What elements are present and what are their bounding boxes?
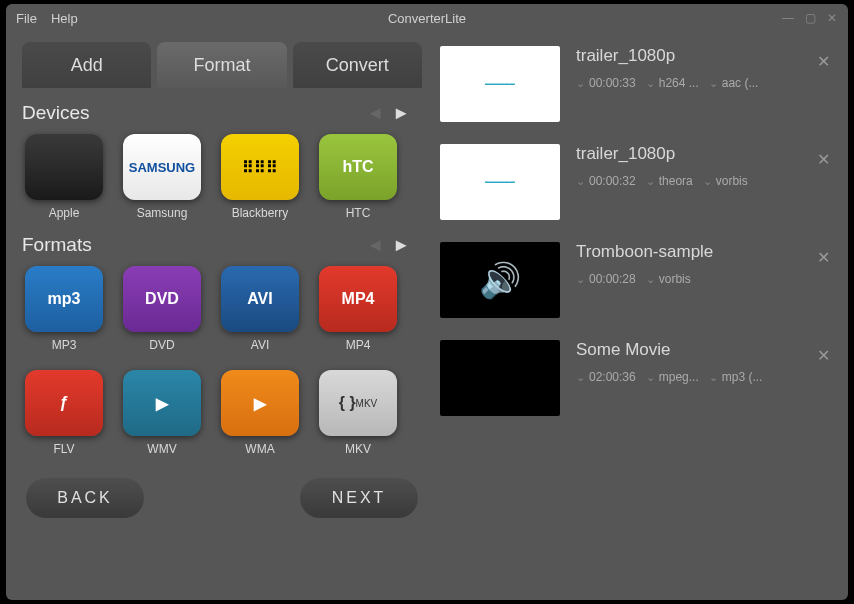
format-tile-flv[interactable]: ƒFLV [22, 370, 106, 456]
remove-item-button[interactable]: ✕ [817, 150, 830, 169]
format-tile-avi[interactable]: AVIAVI [218, 266, 302, 352]
device-label: Apple [49, 206, 80, 220]
remove-item-button[interactable]: ✕ [817, 248, 830, 267]
device-tile-apple[interactable]: Apple [22, 134, 106, 220]
queue-item[interactable]: 🔊Tromboon-sample⌄00:00:28⌄vorbis✕ [440, 242, 836, 318]
duration: ⌄00:00:32 [576, 174, 636, 188]
queue-info: Some Movie⌄02:00:36⌄mpeg...⌄mp3 (... [576, 340, 836, 384]
format-label: MP3 [52, 338, 77, 352]
back-button[interactable]: BACK [26, 478, 144, 518]
format-icon: ƒ [25, 370, 103, 436]
wizard-nav: BACK NEXT [22, 478, 422, 518]
app-title: ConverterLite [388, 11, 466, 26]
titlebar: File Help ConverterLite — ▢ ✕ [6, 4, 848, 32]
format-label: MKV [345, 442, 371, 456]
device-label: Samsung [137, 206, 188, 220]
format-icon: mp3 [25, 266, 103, 332]
queue-title: trailer_1080p [576, 144, 836, 164]
formats-prev-icon[interactable]: ◄ [366, 235, 384, 256]
format-icon: MP4 [319, 266, 397, 332]
format-label: WMV [147, 442, 176, 456]
menubar: File Help [16, 11, 78, 26]
formats-next-icon[interactable]: ► [392, 235, 410, 256]
formats-pager: ◄ ► [366, 235, 410, 256]
queue-info: Tromboon-sample⌄00:00:28⌄vorbis [576, 242, 836, 286]
devices-prev-icon[interactable]: ◄ [366, 103, 384, 124]
formats-title: Formats [22, 234, 92, 256]
duration: ⌄00:00:33 [576, 76, 636, 90]
left-panel: Add Format Convert Devices ◄ ► AppleSAMS… [22, 42, 422, 588]
maximize-button[interactable]: ▢ [802, 11, 818, 25]
queue-info: trailer_1080p⌄00:00:32⌄theora⌄vorbis [576, 144, 836, 188]
format-icon: ▶ [123, 370, 201, 436]
audio-codec: ⌄mp3 (... [709, 370, 763, 384]
main-content: Add Format Convert Devices ◄ ► AppleSAMS… [6, 32, 848, 600]
devices-header: Devices ◄ ► [22, 102, 422, 124]
queue-item[interactable]: ━━━━━━trailer_1080p⌄00:00:32⌄theora⌄vorb… [440, 144, 836, 220]
formats-grid: mp3MP3DVDDVDAVIAVIMP4MP4ƒFLV▶WMV▶WMA{ }M… [22, 266, 422, 456]
menu-file[interactable]: File [16, 11, 37, 26]
format-label: WMA [245, 442, 274, 456]
format-tile-mp3[interactable]: mp3MP3 [22, 266, 106, 352]
device-icon: ⠿⠿⠿ [221, 134, 299, 200]
devices-next-icon[interactable]: ► [392, 103, 410, 124]
format-tile-wma[interactable]: ▶WMA [218, 370, 302, 456]
queue-panel: ━━━━━━trailer_1080p⌄00:00:33⌄h264 ...⌄aa… [440, 42, 836, 588]
format-icon: { }MKV [319, 370, 397, 436]
device-icon: SAMSUNG [123, 134, 201, 200]
duration: ⌄02:00:36 [576, 370, 636, 384]
format-icon: ▶ [221, 370, 299, 436]
queue-title: trailer_1080p [576, 46, 836, 66]
queue-title: Some Movie [576, 340, 836, 360]
queue-title: Tromboon-sample [576, 242, 836, 262]
queue-thumbnail: 🔊 [440, 242, 560, 318]
format-icon: DVD [123, 266, 201, 332]
main-tabs: Add Format Convert [22, 42, 422, 88]
queue-thumbnail: ━━━━━━ [440, 46, 560, 122]
format-label: MP4 [346, 338, 371, 352]
tab-convert[interactable]: Convert [293, 42, 422, 88]
format-tile-mp4[interactable]: MP4MP4 [316, 266, 400, 352]
device-tile-htc[interactable]: hTCHTC [316, 134, 400, 220]
video-codec: ⌄theora [646, 174, 693, 188]
devices-pager: ◄ ► [366, 103, 410, 124]
remove-item-button[interactable]: ✕ [817, 346, 830, 365]
tab-add[interactable]: Add [22, 42, 151, 88]
device-label: Blackberry [232, 206, 289, 220]
device-tile-blackberry[interactable]: ⠿⠿⠿Blackberry [218, 134, 302, 220]
queue-thumbnail [440, 340, 560, 416]
format-icon: AVI [221, 266, 299, 332]
device-icon [25, 134, 103, 200]
queue-meta: ⌄02:00:36⌄mpeg...⌄mp3 (... [576, 370, 836, 384]
devices-grid: AppleSAMSUNGSamsung⠿⠿⠿BlackberryhTCHTC [22, 134, 422, 220]
speaker-icon: 🔊 [479, 260, 521, 300]
queue-item[interactable]: ━━━━━━trailer_1080p⌄00:00:33⌄h264 ...⌄aa… [440, 46, 836, 122]
queue-item[interactable]: Some Movie⌄02:00:36⌄mpeg...⌄mp3 (...✕ [440, 340, 836, 416]
format-label: FLV [53, 442, 74, 456]
video-codec: ⌄mpeg... [646, 370, 699, 384]
audio-codec: ⌄aac (... [709, 76, 759, 90]
format-tile-mkv[interactable]: { }MKVMKV [316, 370, 400, 456]
device-tile-samsung[interactable]: SAMSUNGSamsung [120, 134, 204, 220]
window-controls: — ▢ ✕ [780, 11, 840, 25]
menu-help[interactable]: Help [51, 11, 78, 26]
tab-format[interactable]: Format [157, 42, 286, 88]
close-button[interactable]: ✕ [824, 11, 840, 25]
device-label: HTC [346, 206, 371, 220]
minimize-button[interactable]: — [780, 11, 796, 25]
device-icon: hTC [319, 134, 397, 200]
format-tile-wmv[interactable]: ▶WMV [120, 370, 204, 456]
queue-meta: ⌄00:00:33⌄h264 ...⌄aac (... [576, 76, 836, 90]
audio-codec: ⌄vorbis [703, 174, 748, 188]
queue-meta: ⌄00:00:28⌄vorbis [576, 272, 836, 286]
audio-codec: ⌄vorbis [646, 272, 691, 286]
queue-info: trailer_1080p⌄00:00:33⌄h264 ...⌄aac (... [576, 46, 836, 90]
video-codec: ⌄h264 ... [646, 76, 699, 90]
format-label: DVD [149, 338, 174, 352]
format-label: AVI [251, 338, 269, 352]
queue-thumbnail: ━━━━━━ [440, 144, 560, 220]
remove-item-button[interactable]: ✕ [817, 52, 830, 71]
format-tile-dvd[interactable]: DVDDVD [120, 266, 204, 352]
next-button[interactable]: NEXT [300, 478, 418, 518]
queue-meta: ⌄00:00:32⌄theora⌄vorbis [576, 174, 836, 188]
